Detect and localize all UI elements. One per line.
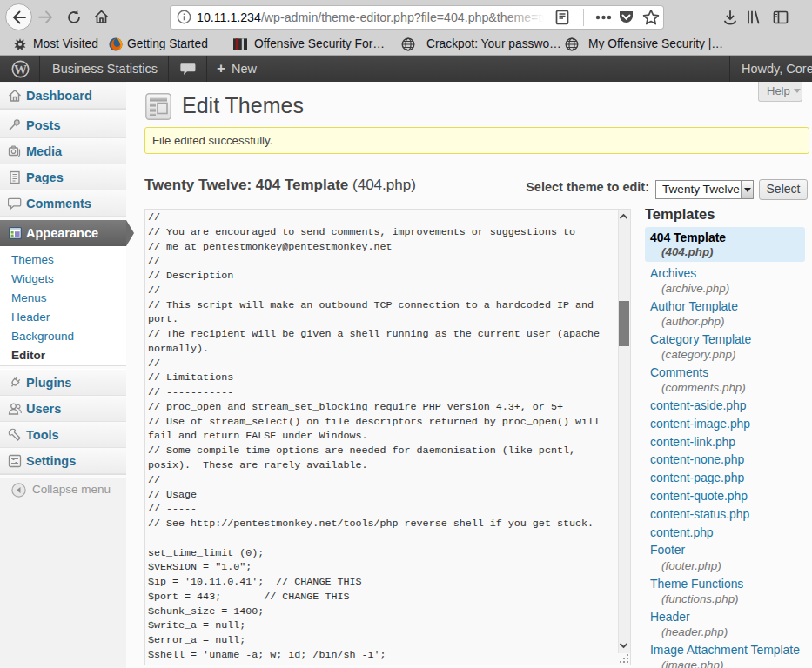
svg-text:W: W bbox=[14, 63, 27, 77]
